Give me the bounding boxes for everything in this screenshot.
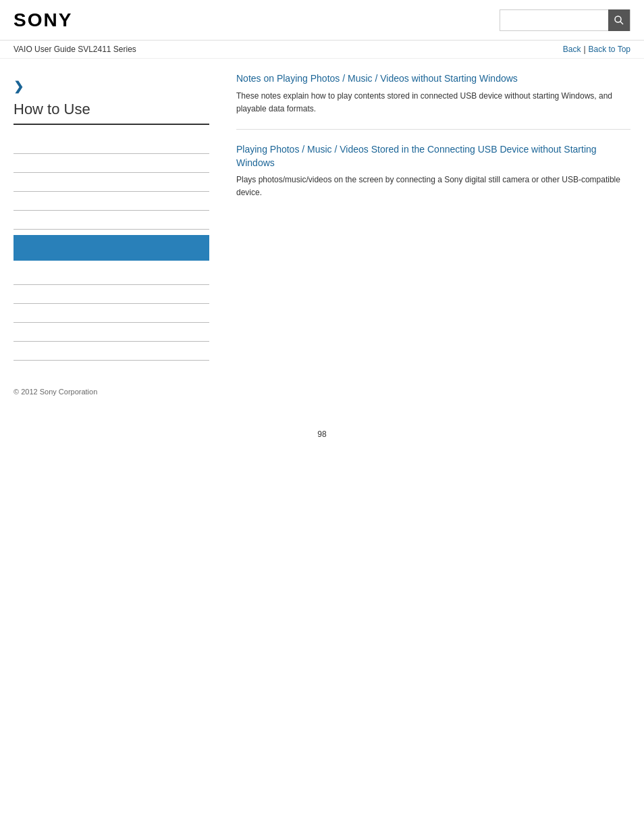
search-box: [500, 9, 630, 31]
content-desc-2: Plays photos/music/videos on the screen …: [236, 174, 630, 199]
content-area: Notes on Playing Photos / Music / Videos…: [223, 72, 630, 361]
sidebar-item-9[interactable]: [14, 323, 209, 342]
sidebar-item-1[interactable]: [14, 135, 209, 154]
search-icon: [614, 15, 624, 26]
content-title-2[interactable]: Playing Photos / Music / Videos Stored i…: [236, 143, 630, 170]
search-button[interactable]: [608, 9, 630, 31]
nav-links: Back | Back to Top: [563, 45, 630, 54]
sony-logo: SONY: [14, 9, 72, 31]
page-number: 98: [0, 423, 644, 446]
sidebar-item-3[interactable]: [14, 173, 209, 192]
copyright: © 2012 Sony Corporation: [14, 388, 97, 396]
sub-header: VAIO User Guide SVL2411 Series Back | Ba…: [0, 41, 644, 59]
nav-separator: |: [583, 45, 585, 54]
sidebar-chevron: ❯: [14, 79, 209, 94]
sidebar-item-6[interactable]: [14, 266, 209, 285]
sidebar-item-highlighted[interactable]: [14, 235, 209, 261]
sidebar-item-8[interactable]: [14, 304, 209, 323]
guide-title: VAIO User Guide SVL2411 Series: [14, 45, 136, 54]
main-content: ❯ How to Use Notes on Playing Photos / M…: [0, 59, 644, 374]
svg-line-1: [620, 22, 623, 24]
content-entry-1: Notes on Playing Photos / Music / Videos…: [236, 72, 630, 130]
sidebar-title: How to Use: [14, 101, 209, 125]
sidebar-item-2[interactable]: [14, 154, 209, 173]
content-desc-1: These notes explain how to play contents…: [236, 90, 630, 115]
search-input[interactable]: [500, 12, 608, 28]
back-to-top-link[interactable]: Back to Top: [589, 45, 630, 54]
content-entry-2: Playing Photos / Music / Videos Stored i…: [236, 143, 630, 213]
header: SONY: [0, 0, 644, 41]
content-title-1[interactable]: Notes on Playing Photos / Music / Videos…: [236, 72, 630, 86]
sidebar-item-10[interactable]: [14, 342, 209, 361]
back-link[interactable]: Back: [563, 45, 581, 54]
sidebar: ❯ How to Use: [14, 72, 223, 361]
sidebar-item-7[interactable]: [14, 285, 209, 304]
sidebar-item-4[interactable]: [14, 192, 209, 211]
sidebar-item-5[interactable]: [14, 211, 209, 230]
footer: © 2012 Sony Corporation: [0, 374, 644, 409]
svg-point-0: [615, 16, 621, 22]
